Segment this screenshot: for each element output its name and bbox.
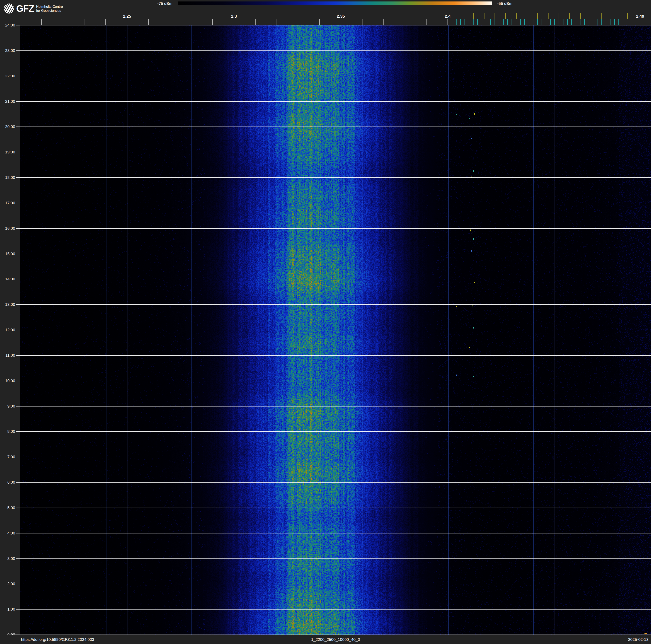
hour-gridline — [17, 482, 651, 482]
frequency-axis: 2.252.32.352.42.49 — [0, 12, 651, 25]
ble-channel-tick — [559, 19, 559, 25]
freq-tick — [383, 19, 384, 25]
hour-gridline — [17, 355, 651, 356]
freq-tick — [255, 19, 255, 25]
ble-channel-tick — [503, 19, 503, 25]
logo-name-line1: Helmholtz Centre — [36, 5, 63, 8]
wifi-channel-tick — [627, 13, 628, 19]
ble-channel-tick — [597, 19, 597, 25]
hour-gridline — [17, 25, 651, 25]
freq-tick — [41, 19, 42, 25]
hour-gridline — [17, 609, 651, 610]
freq-tick-label: 2.35 — [337, 14, 345, 19]
hour-gridline — [17, 533, 651, 533]
ble-channel-tick — [541, 19, 542, 25]
ble-channel-tick — [482, 19, 482, 25]
wifi-channel-tick — [484, 13, 485, 19]
time-tick-label: 15:00 — [0, 252, 15, 256]
ble-channel-tick — [465, 19, 465, 25]
hour-gridline — [17, 330, 651, 330]
freq-tick — [640, 19, 640, 25]
ble-channel-tick — [533, 19, 533, 25]
ble-channel-tick — [473, 19, 473, 25]
time-tick-label: 12:00 — [0, 328, 15, 332]
wifi-channel-tick — [505, 13, 506, 19]
wifi-channel-tick — [527, 13, 527, 19]
wifi-channel-tick — [580, 13, 581, 19]
freq-tick — [212, 19, 213, 25]
freq-tick — [20, 19, 20, 25]
ble-channel-tick — [516, 19, 517, 25]
time-tick-label: 23:00 — [0, 48, 15, 53]
wifi-channel-tick — [559, 13, 559, 19]
ble-channel-tick — [584, 19, 585, 25]
hour-gridline — [17, 203, 651, 203]
footer: https://doi.org/10.5880/GFZ.1.2.2024.003… — [0, 635, 651, 644]
hour-gridline — [17, 177, 651, 178]
time-tick-label: 1:00 — [0, 607, 15, 612]
ble-channel-tick — [610, 19, 611, 25]
ble-channel-tick — [456, 19, 457, 25]
ble-channel-tick — [580, 19, 581, 25]
freq-tick-label: 2.3 — [231, 14, 237, 19]
logo-name: Helmholtz Centre for Geosciences — [36, 5, 63, 12]
ble-channel-tick — [507, 19, 508, 25]
freq-tick — [170, 19, 170, 25]
wifi-channel-tick — [495, 13, 495, 19]
ble-channel-tick — [452, 19, 452, 25]
time-tick-label: 11:00 — [0, 353, 15, 358]
header: GFZ Helmholtz Centre for Geosciences -75… — [0, 0, 651, 12]
time-tick-label: 10:00 — [0, 379, 15, 383]
time-tick-label: 14:00 — [0, 277, 15, 282]
freq-tick-label: 2.25 — [123, 14, 131, 19]
time-tick-label: 22:00 — [0, 74, 15, 79]
ble-channel-tick — [512, 19, 512, 25]
ble-channel-tick — [554, 19, 555, 25]
logo-name-line2: for Geosciences — [36, 9, 61, 12]
freq-tick — [234, 19, 234, 25]
ble-channel-tick — [567, 19, 568, 25]
ble-channel-tick — [499, 19, 499, 25]
wifi-channel-tick — [601, 13, 602, 19]
gfz-globe-icon — [4, 3, 14, 14]
freq-tick — [277, 19, 277, 25]
ble-channel-tick — [490, 19, 491, 25]
time-tick-label: 2:00 — [0, 582, 15, 586]
hour-gridline — [17, 584, 651, 584]
wifi-channel-tick — [548, 13, 549, 19]
time-tick-label: 13:00 — [0, 302, 15, 307]
freq-tick — [447, 19, 448, 25]
ble-channel-tick — [477, 19, 478, 25]
colorbar-gradient — [178, 1, 492, 5]
ble-channel-tick — [546, 19, 546, 25]
freq-tick — [63, 19, 63, 25]
hour-gridline — [17, 101, 651, 102]
hour-gridline — [17, 558, 651, 559]
colorbar-max-label: -55 dBm — [497, 1, 513, 6]
ble-channel-tick — [460, 19, 461, 25]
hour-gridline — [17, 457, 651, 457]
hour-gridline — [17, 76, 651, 76]
colorbar-min-label: -75 dBm — [157, 1, 173, 6]
freq-tick — [191, 19, 191, 25]
time-tick-label: 24:00 — [0, 23, 15, 28]
time-tick-label: 7:00 — [0, 455, 15, 459]
hour-gridline — [10, 635, 651, 635]
time-tick-label: 9:00 — [0, 404, 15, 409]
ble-channel-tick — [495, 19, 495, 25]
freq-tick — [341, 19, 341, 25]
freq-tick — [298, 19, 298, 25]
ble-channel-tick — [486, 19, 486, 25]
ble-channel-tick — [563, 19, 563, 25]
freq-tick — [319, 19, 320, 25]
time-tick-label: 4:00 — [0, 531, 15, 535]
hour-gridline — [17, 228, 651, 229]
freq-tick — [127, 19, 127, 25]
ble-channel-tick — [576, 19, 576, 25]
ble-channel-tick — [618, 19, 619, 25]
ble-channel-tick — [520, 19, 521, 25]
time-tick-label: 8:00 — [0, 429, 15, 434]
freq-tick — [148, 19, 149, 25]
wifi-channel-tick — [569, 13, 570, 19]
date-text: 2025-02-13 — [628, 637, 649, 642]
